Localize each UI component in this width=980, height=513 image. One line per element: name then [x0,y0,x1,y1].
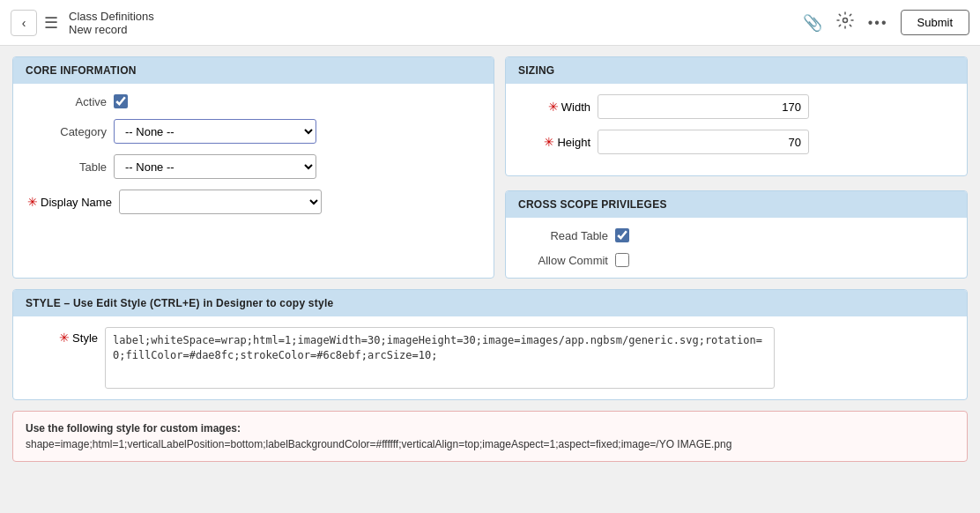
table-label: Table [27,160,107,174]
style-section-header: STYLE – Use Edit Style (CTRL+E) in Desig… [13,290,967,316]
more-icon: ••• [868,15,888,30]
info-box-text2: IMAGE.png [677,438,731,450]
active-row: Active [27,94,479,108]
attachment-icon: 📎 [803,14,822,32]
header-title-block: Class Definitions New record [69,10,794,36]
allow-commit-checkbox[interactable] [615,253,629,267]
sizing-panel: SIZING ✳ Width ✳ Height [505,56,968,176]
attachment-button[interactable]: 📎 [801,11,824,34]
app-header: ‹ ☰ Class Definitions New record 📎 ••• S… [0,0,980,46]
style-textarea[interactable]: label;whiteSpace=wrap;html=1;imageWidth=… [105,327,775,389]
required-star-icon: ✳ [27,195,38,209]
height-label-group: ✳ Height [520,135,590,149]
category-row: Category -- None -- [27,119,479,144]
header-title-main: Class Definitions [69,10,794,23]
header-actions: 📎 ••• Submit [801,10,969,35]
height-required-star-icon: ✳ [544,135,554,149]
svg-point-0 [843,19,847,23]
menu-icon[interactable]: ☰ [44,13,58,33]
height-label: Height [557,136,590,149]
back-icon: ‹ [22,16,26,30]
top-row: CORE INFORMATION Active Category -- None… [12,56,968,279]
active-checkbox[interactable] [114,94,128,108]
cross-scope-panel: CROSS SCOPE PRIVILEGES Read Table Allow … [505,190,968,279]
style-section-panel: STYLE – Use Edit Style (CTRL+E) in Desig… [12,289,968,400]
width-row: ✳ Width [520,94,953,119]
style-row: ✳ Style label;whiteSpace=wrap;html=1;ima… [27,327,953,389]
read-table-checkbox[interactable] [615,228,629,242]
cross-scope-header: CROSS SCOPE PRIVILEGES [506,191,967,218]
read-table-label: Read Table [520,229,608,242]
style-label-group: ✳ Style [27,327,98,345]
active-label: Active [27,95,107,108]
table-select[interactable]: -- None -- [114,154,316,179]
right-column: SIZING ✳ Width ✳ Height [505,56,968,279]
sizing-body: ✳ Width ✳ Height [506,84,967,175]
core-information-panel: CORE INFORMATION Active Category -- None… [12,56,494,279]
settings-icon [836,15,854,33]
table-row: Table -- None -- [27,154,479,179]
category-select[interactable]: -- None -- [114,119,316,144]
read-table-row: Read Table [520,228,953,242]
core-information-body: Active Category -- None -- Table -- None… [13,84,494,225]
info-box: Use the following style for custom image… [12,411,968,462]
header-title-sub: New record [69,23,794,36]
more-button[interactable]: ••• [866,11,890,33]
height-input[interactable] [598,130,809,154]
cross-scope-body: Read Table Allow Commit [506,218,967,278]
sizing-header: SIZING [506,57,967,84]
display-name-row: ✳ Display Name [27,190,479,214]
style-required-star-icon: ✳ [59,331,70,345]
back-button[interactable]: ‹ [11,10,37,36]
info-box-title: Use the following style for custom image… [26,422,241,435]
width-label-group: ✳ Width [520,100,590,114]
display-name-select[interactable] [119,190,322,214]
allow-commit-row: Allow Commit [520,253,953,267]
submit-button[interactable]: Submit [901,10,969,35]
settings-button[interactable] [835,10,856,35]
height-row: ✳ Height [520,130,953,154]
width-input[interactable] [598,94,809,119]
main-content: CORE INFORMATION Active Category -- None… [0,46,980,472]
width-required-star-icon: ✳ [548,100,559,114]
style-section-body: ✳ Style label;whiteSpace=wrap;html=1;ima… [13,316,967,399]
style-label: Style [72,331,98,345]
category-label: Category [27,125,107,138]
core-information-header: CORE INFORMATION [13,57,494,84]
width-label: Width [561,100,590,114]
allow-commit-label: Allow Commit [520,254,608,267]
display-name-label: Display Name [41,196,112,209]
info-box-text: shape=image;html=1;verticalLabelPosition… [26,438,674,450]
display-name-label-group: ✳ Display Name [27,195,112,209]
